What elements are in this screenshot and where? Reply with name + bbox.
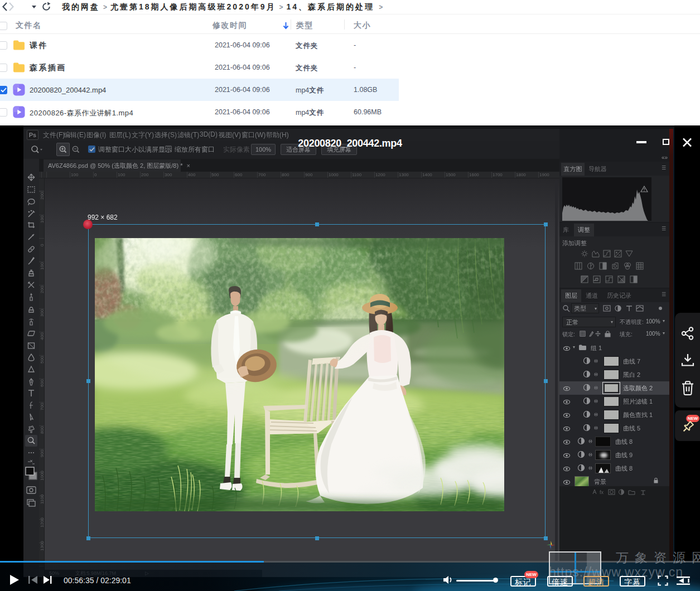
svg-text:fx: fx	[600, 490, 604, 495]
